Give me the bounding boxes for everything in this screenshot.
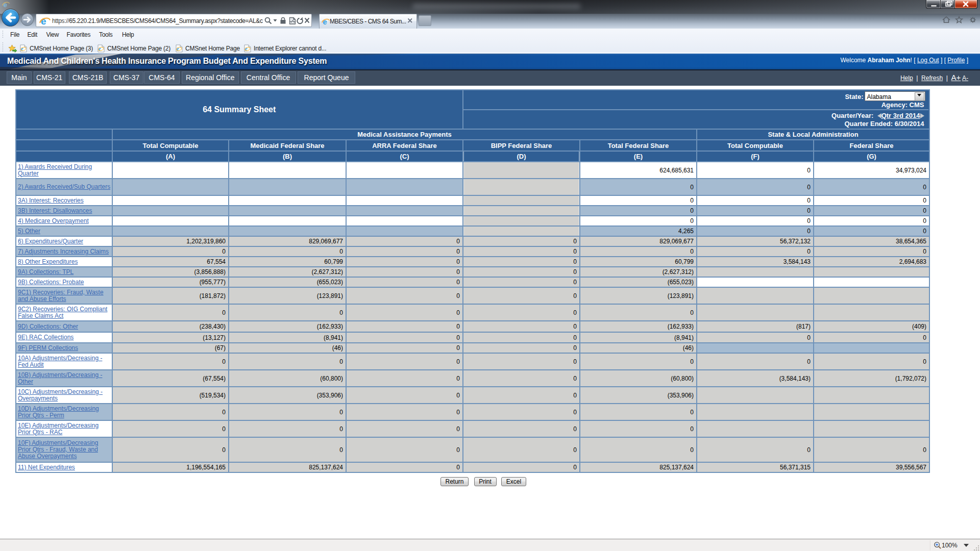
svg-text:e: e: [41, 16, 46, 26]
